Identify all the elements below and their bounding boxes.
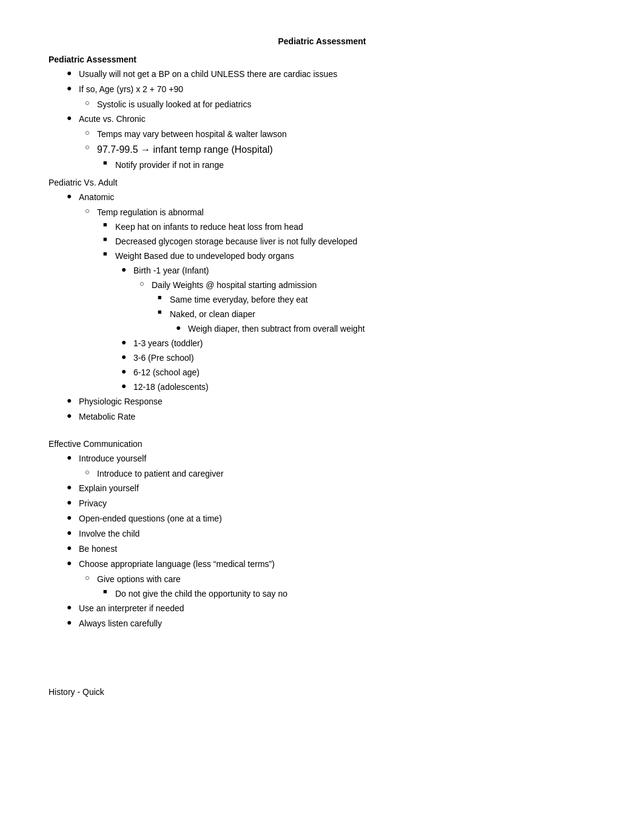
- list-item: ● Physiologic Response: [49, 395, 595, 408]
- list-item: ■ Do not give the child the opportunity …: [49, 588, 595, 600]
- list-item: ● 1-3 years (toddler): [49, 337, 595, 350]
- bullet-icon: ○: [85, 143, 97, 152]
- list-item: ○ Give options with care: [49, 573, 595, 586]
- list-item: ● Anatomic: [49, 191, 595, 204]
- list-item: ● Choose appropriate language (less “med…: [49, 558, 595, 571]
- item-text: Use an interpreter if needed: [79, 602, 595, 615]
- item-text: If so, Age (yrs) x 2 + 70 +90: [79, 83, 595, 96]
- list-item: ■ Notify provider if not in range: [49, 159, 595, 172]
- footer-history-label: History - Quick: [49, 687, 595, 697]
- list-item: ● 3-6 (Pre school): [49, 352, 595, 364]
- bullet-icon: ○: [85, 98, 97, 107]
- section-heading-effective-communication: Effective Communication: [49, 439, 595, 449]
- bullet-icon: ●: [67, 497, 79, 507]
- bullet-icon: ●: [67, 68, 79, 78]
- item-text: Naked, or clean diaper: [170, 308, 595, 321]
- item-text: Explain yourself: [79, 482, 595, 495]
- item-text: Birth -1 year (Infant): [133, 264, 595, 277]
- list-item: ● 6-12 (school age): [49, 366, 595, 379]
- bullet-icon: ●: [121, 337, 133, 347]
- item-text: Temp regulation is abnormal: [97, 206, 595, 219]
- list-item: ● Weigh diaper, then subtract from overa…: [49, 323, 595, 335]
- item-text: Systolic is usually looked at for pediat…: [97, 98, 595, 111]
- item-text: Do not give the child the opportunity to…: [115, 588, 595, 600]
- item-text: Choose appropriate language (less “medic…: [79, 558, 595, 571]
- bullet-icon: ●: [121, 366, 133, 376]
- item-text: Weight Based due to undeveloped body org…: [115, 250, 595, 263]
- item-text: Decreased glycogen storage because liver…: [115, 235, 595, 248]
- bullet-icon: ●: [176, 323, 188, 332]
- list-item: ● Explain yourself: [49, 482, 595, 495]
- item-text: Acute vs. Chronic: [79, 113, 595, 126]
- list-item: ● Always listen carefully: [49, 617, 595, 630]
- bullet-icon: ○: [85, 206, 97, 215]
- item-text: Anatomic: [79, 191, 595, 204]
- list-item: ○ Temp regulation is abnormal: [49, 206, 595, 219]
- item-text: 6-12 (school age): [133, 366, 595, 379]
- list-item: ● If so, Age (yrs) x 2 + 70 +90: [49, 83, 595, 96]
- bullet-icon: ●: [67, 558, 79, 568]
- item-text: Same time everyday, before they eat: [170, 293, 595, 306]
- list-item: ■ Decreased glycogen storage because liv…: [49, 235, 595, 248]
- bullet-icon: ■: [158, 293, 170, 301]
- item-text: 1-3 years (toddler): [133, 337, 595, 350]
- list-item: ○ Systolic is usually looked at for pedi…: [49, 98, 595, 111]
- list-item: ● Use an interpreter if needed: [49, 602, 595, 615]
- list-item: ● Usually will not get a BP on a child U…: [49, 68, 595, 81]
- list-item: ○ Temps may vary between hospital & walt…: [49, 128, 595, 141]
- bullet-icon: ●: [67, 528, 79, 537]
- bullet-icon: ●: [67, 602, 79, 612]
- page-title: Pediatric Assessment: [49, 36, 595, 46]
- item-text: Notify provider if not in range: [115, 159, 595, 172]
- bullet-icon: ●: [67, 411, 79, 420]
- list-item: ○ Daily Weights @ hospital starting admi…: [49, 279, 595, 292]
- list-item: ■ Naked, or clean diaper: [49, 308, 595, 321]
- bullet-icon: ●: [67, 482, 79, 492]
- item-text: Keep hat on infants to reduce heat loss …: [115, 221, 595, 233]
- list-item: ● Introduce yourself: [49, 452, 595, 465]
- bullet-icon: ●: [67, 113, 79, 122]
- list-item: ○ Introduce to patient and caregiver: [49, 468, 595, 480]
- bullet-icon: ●: [67, 191, 79, 201]
- item-text: 97.7-99.5 → infant temp range (Hospital): [97, 143, 595, 157]
- item-text: Give options with care: [97, 573, 595, 586]
- bullet-icon: ■: [158, 308, 170, 315]
- list-item: ■ Same time everyday, before they eat: [49, 293, 595, 306]
- bullet-icon: ●: [121, 264, 133, 274]
- bullet-icon: ●: [67, 83, 79, 93]
- item-text: Daily Weights @ hospital starting admiss…: [152, 279, 595, 292]
- bullet-icon: ●: [67, 452, 79, 462]
- bullet-icon: ●: [67, 395, 79, 405]
- item-text: Usually will not get a BP on a child UNL…: [79, 68, 595, 81]
- list-item: ● Open-ended questions (one at a time): [49, 512, 595, 525]
- list-item: ● Birth -1 year (Infant): [49, 264, 595, 277]
- list-item: ● Metabolic Rate: [49, 411, 595, 423]
- item-text: Be honest: [79, 543, 595, 555]
- list-item: ● Be honest: [49, 543, 595, 555]
- bullet-icon: ○: [85, 468, 97, 477]
- bullet-icon: ■: [103, 221, 115, 228]
- item-text: 12-18 (adolescents): [133, 381, 595, 394]
- item-text: Involve the child: [79, 528, 595, 540]
- list-item: ○ 97.7-99.5 → infant temp range (Hospita…: [49, 143, 595, 157]
- item-text: Temps may vary between hospital & walter…: [97, 128, 595, 141]
- bullet-icon: ■: [103, 159, 115, 166]
- item-text: Metabolic Rate: [79, 411, 595, 423]
- item-text: Physiologic Response: [79, 395, 595, 408]
- list-item: ■ Keep hat on infants to reduce heat los…: [49, 221, 595, 233]
- item-text: Open-ended questions (one at a time): [79, 512, 595, 525]
- bullet-icon: ○: [85, 573, 97, 582]
- list-item: ● 12-18 (adolescents): [49, 381, 595, 394]
- section-heading-pediatric-assessment: Pediatric Assessment: [49, 55, 595, 64]
- bullet-icon: ○: [139, 279, 152, 288]
- section-heading-pediatric-vs-adult: Pediatric Vs. Adult: [49, 178, 595, 187]
- item-text: Privacy: [79, 497, 595, 510]
- list-item: ● Acute vs. Chronic: [49, 113, 595, 126]
- bullet-icon: ●: [67, 543, 79, 552]
- bullet-icon: ■: [103, 250, 115, 257]
- item-text: Introduce yourself: [79, 452, 595, 465]
- bullet-icon: ■: [103, 235, 115, 243]
- bullet-icon: ○: [85, 128, 97, 137]
- bullet-icon: ●: [67, 512, 79, 522]
- item-text: Introduce to patient and caregiver: [97, 468, 595, 480]
